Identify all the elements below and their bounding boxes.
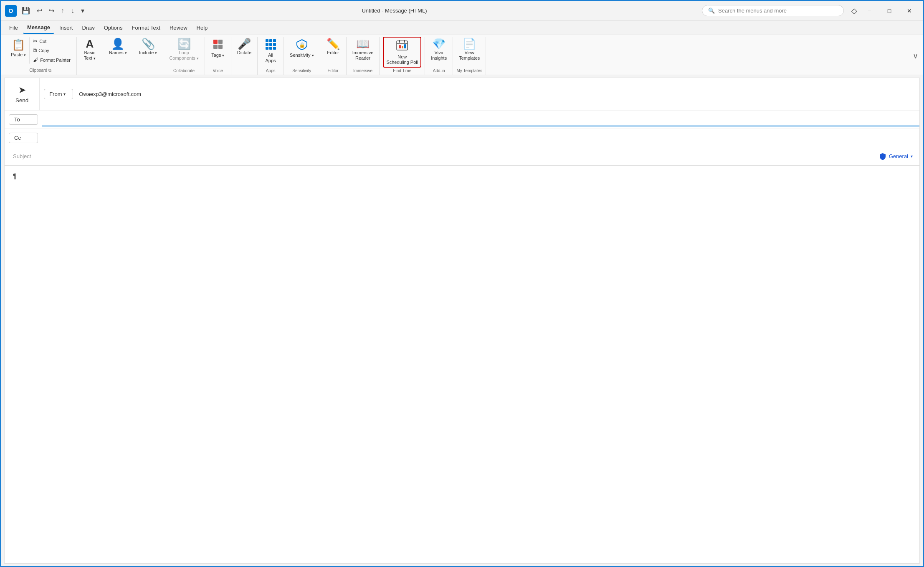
window-title: Untitled - Message (HTML) <box>89 8 699 14</box>
diamond-icon: ◇ <box>851 6 857 15</box>
cc-button[interactable]: Cc <box>9 133 38 143</box>
from-button[interactable]: From ▾ <box>44 89 73 99</box>
menu-item-review[interactable]: Review <box>165 22 192 33</box>
search-icon: 🔍 <box>708 8 715 14</box>
maximize-button[interactable]: □ <box>880 4 899 18</box>
dictate-group: 🎤 Dictate <box>231 37 258 75</box>
names-label: Names ▾ <box>109 50 127 55</box>
search-bar[interactable]: 🔍 <box>702 5 844 16</box>
cut-button[interactable]: ✂ Cut <box>30 37 73 45</box>
collaborate-group: 🔄 LoopComponents ▾ Collaborate <box>163 37 205 75</box>
paste-button[interactable]: 📋 Paste ▾ <box>8 37 30 64</box>
tags-icon <box>212 38 224 52</box>
names-icon: 👤 <box>111 38 124 49</box>
tags-button[interactable]: Tags ▾ <box>208 37 228 60</box>
immersive-reader-button[interactable]: 📖 ImmersiveReader <box>350 37 376 63</box>
general-badge[interactable]: General ▾ <box>879 153 913 160</box>
cut-icon: ✂ <box>33 38 38 44</box>
minimize-button[interactable]: − <box>860 4 879 18</box>
svg-text:🔒: 🔒 <box>299 42 305 48</box>
all-apps-button[interactable]: AllApps <box>261 37 280 65</box>
redo-button[interactable]: ↪ <box>46 5 57 16</box>
immersive-reader-group: 📖 ImmersiveReader Immersive <box>347 37 380 75</box>
all-apps-group-label: Apps <box>261 68 280 75</box>
tags-group-label: Voice <box>208 68 228 75</box>
compose-body[interactable]: ¶ <box>5 166 919 563</box>
view-templates-button[interactable]: 📄 ViewTemplates <box>456 37 482 63</box>
copy-label: Copy <box>38 48 49 53</box>
undo-button[interactable]: ↩ <box>34 5 45 16</box>
immersive-reader-group-label: Immersive <box>350 68 376 75</box>
cc-input[interactable] <box>42 131 919 144</box>
customize-button[interactable]: ▾ <box>78 5 87 16</box>
viva-insights-button[interactable]: 💎 VivaInsights <box>428 37 449 63</box>
editor-label: Editor <box>327 50 339 55</box>
svg-rect-1 <box>218 40 223 44</box>
send-icon: ➤ <box>18 85 26 96</box>
search-input[interactable] <box>718 8 838 14</box>
menu-bar: File Message Insert Draw Options Format … <box>1 21 923 35</box>
subject-input[interactable] <box>35 150 878 163</box>
include-group-label <box>137 72 160 75</box>
loop-components-button[interactable]: 🔄 LoopComponents ▾ <box>167 37 201 63</box>
include-icon: 📎 <box>142 38 155 49</box>
names-button[interactable]: 👤 Names ▾ <box>106 37 129 57</box>
close-button[interactable]: ✕ <box>900 4 919 18</box>
menu-item-options[interactable]: Options <box>100 22 127 33</box>
editor-group: ✏️ Editor Editor <box>320 37 347 75</box>
immersive-reader-icon: 📖 <box>356 38 370 49</box>
find-time-group-label: Find Time <box>383 68 421 75</box>
cc-row: Cc <box>5 129 919 147</box>
menu-item-insert[interactable]: Insert <box>55 22 77 33</box>
up-button[interactable]: ↑ <box>58 5 67 16</box>
to-input[interactable] <box>42 113 919 126</box>
sensitivity-icon: 🔒 <box>296 38 308 52</box>
menu-item-message[interactable]: Message <box>23 22 54 34</box>
find-time-group: NewScheduling Poll Find Time <box>380 37 425 75</box>
sensitivity-button[interactable]: 🔒 Sensitivity ▾ <box>287 37 316 60</box>
svg-rect-5 <box>269 39 272 42</box>
ribbon-more-button[interactable]: ∨ <box>911 37 920 75</box>
down-button[interactable]: ↓ <box>68 5 77 16</box>
loop-components-label: LoopComponents ▾ <box>169 50 198 61</box>
collaborate-group-label: Collaborate <box>167 68 201 75</box>
dictate-button[interactable]: 🎤 Dictate <box>235 37 254 57</box>
send-area: ➤ Send <box>5 78 40 110</box>
menu-item-help[interactable]: Help <box>192 22 212 33</box>
svg-rect-4 <box>266 39 268 42</box>
to-label: To <box>14 116 20 123</box>
editor-button[interactable]: ✏️ Editor <box>324 37 343 57</box>
new-scheduling-poll-button[interactable]: NewScheduling Poll <box>383 37 421 68</box>
dictate-icon: 🎤 <box>238 38 251 49</box>
svg-rect-11 <box>269 47 272 50</box>
menu-item-file[interactable]: File <box>5 22 22 33</box>
svg-rect-20 <box>404 44 406 48</box>
immersive-reader-label: ImmersiveReader <box>352 50 374 61</box>
compose-header: ➤ Send From ▾ Owaexp3@microsoft.com To C… <box>5 78 919 166</box>
subject-placeholder: Subject <box>9 150 35 163</box>
menu-item-draw[interactable]: Draw <box>78 22 99 33</box>
send-button[interactable]: ➤ Send <box>11 82 33 106</box>
loop-components-icon: 🔄 <box>177 38 191 49</box>
tags-label: Tags ▾ <box>211 53 224 58</box>
basic-text-button[interactable]: A BasicText ▾ <box>80 37 99 63</box>
clipboard-expand-icon[interactable]: ⧉ <box>48 68 51 73</box>
my-templates-group: 📄 ViewTemplates My Templates <box>453 37 486 75</box>
copy-button[interactable]: ⧉ Copy <box>30 46 73 55</box>
window-controls: − □ ✕ <box>860 4 919 18</box>
basic-text-icon: A <box>86 38 94 49</box>
add-in-group: 💎 VivaInsights Add-in <box>425 37 453 75</box>
menu-item-format-text[interactable]: Format Text <box>128 22 165 33</box>
dictate-label: Dictate <box>237 50 251 55</box>
to-button[interactable]: To <box>9 114 38 125</box>
subject-row: Subject General ▾ <box>5 147 919 166</box>
editor-icon: ✏️ <box>327 38 340 49</box>
svg-rect-3 <box>218 45 223 49</box>
svg-rect-6 <box>273 39 276 42</box>
format-painter-label: Format Painter <box>40 58 71 63</box>
include-button[interactable]: 📎 Include ▾ <box>137 37 160 57</box>
app-logo: O <box>5 5 17 17</box>
format-painter-button[interactable]: 🖌 Format Painter <box>30 55 73 64</box>
save-button[interactable]: 💾 <box>19 5 33 16</box>
from-value: Owaexp3@microsoft.com <box>77 88 143 101</box>
